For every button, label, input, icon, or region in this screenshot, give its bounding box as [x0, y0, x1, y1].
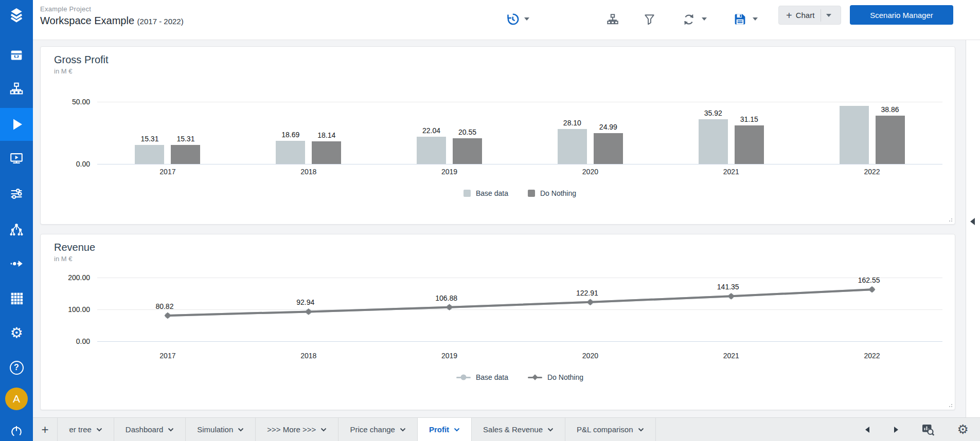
bar-2017[interactable] [171, 145, 200, 164]
bar-2021[interactable] [699, 119, 728, 164]
tab-simulation[interactable]: Simulation [186, 418, 256, 441]
chart-search-icon[interactable] [921, 422, 935, 436]
bar-2022[interactable] [840, 106, 869, 164]
y-tick-label: 50.00 [72, 98, 90, 106]
bar-group-2017: 15.3115.31 [97, 83, 238, 164]
tab-label: Profit [429, 425, 449, 434]
resize-grip[interactable] [948, 402, 952, 407]
add-chart-dropdown-caret[interactable] [826, 14, 831, 17]
chart-title: Gross Profit [54, 54, 942, 66]
title-block: Example Project Workspace Example (2017 … [40, 5, 184, 27]
bar-group-2022: 46.5338.86 [801, 83, 942, 164]
bar-wrap: 22.04 [417, 83, 446, 164]
presentation-icon [9, 151, 24, 166]
bar-2021[interactable] [735, 125, 764, 164]
legend-item-base-data[interactable]: Base data [456, 373, 508, 381]
point-value-label: 122.91 [576, 289, 598, 297]
archive-icon [9, 47, 24, 63]
tab-profit[interactable]: Profit [418, 418, 472, 441]
data-point[interactable] [728, 293, 735, 300]
refresh-dropdown-caret[interactable] [702, 17, 707, 21]
bar-2019[interactable] [453, 138, 482, 164]
data-point[interactable] [446, 304, 453, 310]
bar-2018[interactable] [312, 141, 341, 164]
bar-wrap: 28.10 [558, 83, 587, 164]
prev-tab-arrow-icon[interactable] [865, 427, 869, 433]
add-chart-button[interactable]: + Chart [778, 6, 841, 25]
chart-cards-column: Gross Profit in M € 50.000.00 15.3115.31… [33, 40, 966, 417]
sidebar-item-hierarchy[interactable] [0, 79, 33, 99]
next-tab-arrow-icon[interactable] [894, 427, 898, 433]
bar-2020[interactable] [558, 129, 587, 164]
tab-label: P&L comparison [577, 425, 633, 434]
data-point[interactable] [587, 299, 594, 305]
bar-2019[interactable] [417, 137, 446, 164]
bar-value-label: 35.92 [704, 109, 722, 117]
resize-grip[interactable] [948, 217, 952, 222]
sidebar-item-archive[interactable] [0, 45, 33, 65]
bar-group-2018: 18.6918.14 [238, 83, 379, 164]
hierarchy-icon[interactable] [606, 13, 619, 28]
legend-item-base-data[interactable]: Base data [464, 189, 508, 197]
sidebar-item-data-grid[interactable] [0, 288, 33, 308]
legend-item-do-nothing[interactable]: Do Nothing [528, 189, 576, 197]
save-dropdown-caret[interactable] [753, 17, 758, 21]
legend-item-do-nothing[interactable]: Do Nothing [528, 373, 583, 381]
save-icon[interactable] [733, 12, 747, 28]
bar-2017[interactable] [135, 145, 164, 164]
scenario-manager-button[interactable]: Scenario Manager [850, 5, 953, 25]
user-avatar[interactable]: A [5, 388, 28, 410]
expand-panel-arrow-icon[interactable] [970, 218, 975, 225]
tab-ver-tree[interactable]: ver tree [58, 418, 114, 441]
filter-icon[interactable] [643, 13, 656, 28]
tab-label: >>> More >>> [267, 425, 316, 434]
sidebar-item-parameters[interactable] [0, 183, 33, 204]
bar-wrap: 46.53 [840, 83, 869, 164]
sidebar-item-logout[interactable] [0, 421, 33, 441]
tab-label: ver tree [69, 425, 92, 434]
sidebar-item-settings[interactable]: ⚙ [0, 323, 33, 343]
content-area: Gross Profit in M € 50.000.00 15.3115.31… [33, 40, 980, 417]
tab-label: Dashboard [126, 425, 163, 434]
tab-dashboard[interactable]: Dashboard [114, 418, 186, 441]
refresh-icon[interactable] [682, 13, 696, 28]
data-point[interactable] [165, 313, 171, 319]
bar-2020[interactable] [594, 133, 623, 164]
line-chart-svg [97, 271, 942, 348]
bar-wrap: 31.15 [735, 83, 764, 164]
bar-2022[interactable] [876, 116, 905, 164]
add-sheet-button[interactable]: + [33, 418, 58, 441]
history-restore-icon[interactable] [506, 12, 520, 28]
data-point[interactable] [869, 286, 876, 293]
app-logo-icon[interactable] [0, 3, 33, 28]
x-tick-label: 2021 [661, 352, 801, 360]
history-dropdown-caret[interactable] [524, 17, 529, 21]
power-icon [9, 424, 24, 438]
data-point[interactable] [305, 308, 312, 315]
x-tick-label: 2018 [238, 168, 379, 176]
tab-p-l-comparison[interactable]: P&L comparison [565, 418, 656, 441]
sliders-icon [9, 186, 24, 201]
legend-swatch [528, 190, 535, 197]
sidebar-item-simulation-active[interactable] [0, 108, 33, 141]
bar-wrap: 24.99 [594, 83, 623, 164]
sidebar-item-presentation[interactable] [0, 148, 33, 169]
bar-value-label: 15.31 [140, 135, 158, 143]
bar-group-2020: 28.1024.99 [520, 83, 661, 164]
bar-value-label: 28.10 [563, 119, 581, 127]
tabbar-gear-icon[interactable]: ⚙ [957, 423, 969, 436]
chart-subtitle: in M € [54, 67, 942, 75]
sidebar-item-driver-tree[interactable] [0, 219, 33, 240]
sidebar-item-flows[interactable] [0, 253, 33, 274]
bar-2018[interactable] [276, 141, 305, 164]
legend-marker-circle [460, 375, 466, 380]
point-value-label: 141.35 [717, 283, 739, 291]
tab-sales-revenue[interactable]: Sales & Revenue [472, 418, 565, 441]
x-tick-label: 2021 [661, 168, 801, 176]
avatar-letter: A [13, 393, 20, 405]
chevron-down-icon [454, 428, 460, 432]
tab-price-change[interactable]: Price change [338, 418, 418, 441]
tab--more-[interactable]: >>> More >>> [256, 418, 338, 441]
sidebar-item-help[interactable]: ? [0, 357, 33, 378]
workspace-period: (2017 - 2022) [137, 17, 184, 26]
